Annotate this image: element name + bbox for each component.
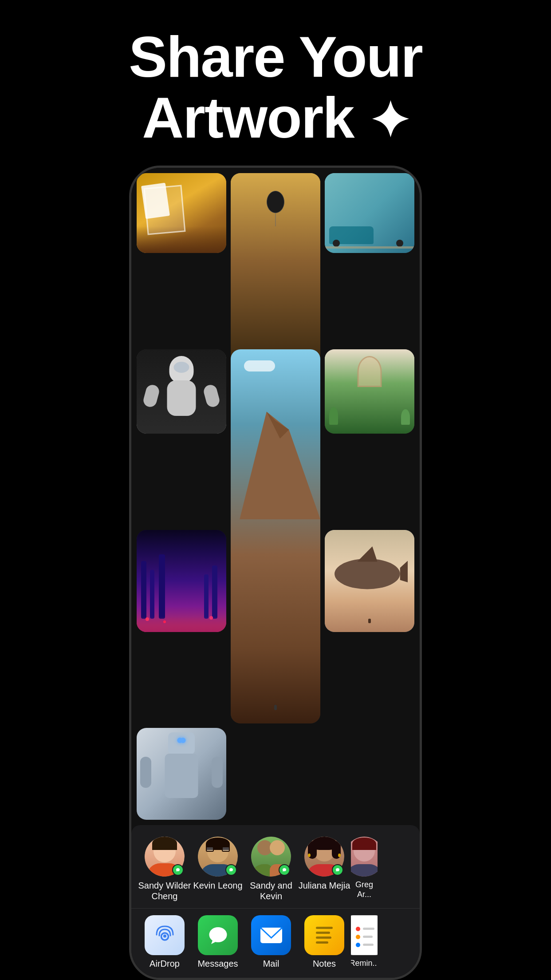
app-name-reminders: Remin... — [351, 959, 378, 968]
contact-greg[interactable]: Greg Ar... — [351, 837, 378, 901]
reminder-row-3 — [356, 943, 374, 947]
messages-app-icon — [198, 915, 238, 955]
title-line1: Share Your — [129, 24, 422, 89]
contact-kevin[interactable]: Kevin Leong — [191, 837, 244, 901]
notes-line-2 — [316, 932, 330, 934]
contact-name-kevin: Kevin Leong — [193, 880, 242, 891]
reminder-dot-orange — [356, 935, 360, 939]
reminder-dot-blue — [356, 943, 360, 947]
contact-name-juliana: Juliana Mejia — [299, 880, 350, 891]
reminders-app-icon — [351, 915, 378, 955]
svg-marker-5 — [400, 558, 408, 583]
contacts-row: Sandy WilderCheng — [131, 832, 420, 908]
reminder-dot-red — [356, 927, 360, 931]
notes-app-icon — [304, 915, 344, 955]
title-text: Share Your Artwork ✦ — [129, 27, 422, 148]
app-item-mail[interactable]: Mail — [244, 915, 298, 969]
contact-sandy-kevin[interactable]: Sandy andKevin — [244, 837, 298, 901]
contact-avatar-greg — [351, 837, 378, 877]
app-name-messages: Messages — [197, 959, 238, 969]
messages-badge-kevin — [225, 864, 237, 876]
app-item-airdrop[interactable]: AirDrop — [138, 915, 191, 969]
artwork-card-4[interactable] — [137, 349, 226, 434]
artwork-card-center[interactable] — [231, 349, 320, 724]
notes-line-1 — [316, 927, 333, 929]
photo-grid — [131, 168, 420, 825]
reminder-row-2 — [356, 935, 373, 939]
airdrop-app-icon — [145, 915, 185, 955]
app-item-notes[interactable]: Notes — [298, 915, 351, 969]
svg-marker-6 — [357, 546, 377, 561]
artwork-card-5[interactable] — [325, 349, 414, 434]
share-sheet: Sandy WilderCheng — [131, 825, 420, 978]
svg-point-4 — [335, 558, 400, 589]
app-name-mail: Mail — [263, 959, 279, 969]
artwork-card-7[interactable] — [325, 530, 414, 632]
header-title: Share Your Artwork ✦ — [129, 27, 422, 148]
mail-app-icon — [251, 915, 291, 955]
contact-avatar-wrapper-sandy — [145, 837, 185, 877]
reminder-row-1 — [356, 927, 374, 931]
svg-point-21 — [209, 927, 227, 942]
app-item-messages[interactable]: Messages — [191, 915, 244, 969]
contact-name-sandy: Sandy WilderCheng — [138, 880, 191, 901]
contact-avatar-wrapper-sandy-kevin — [251, 837, 291, 877]
artwork-card-1[interactable] — [137, 173, 226, 253]
svg-point-14 — [283, 868, 286, 871]
contact-juliana[interactable]: Juliana Mejia — [298, 837, 351, 901]
messages-badge-sandy-kevin — [279, 864, 290, 876]
contact-avatar-wrapper-juliana — [304, 837, 344, 877]
messages-badge-sandy — [172, 864, 184, 876]
reminder-text-2 — [363, 936, 373, 938]
notes-icon-inner — [312, 923, 337, 948]
title-line2: Artwork — [142, 85, 354, 150]
contact-sandy-wilder[interactable]: Sandy WilderCheng — [138, 837, 191, 901]
app-name-notes: Notes — [313, 959, 336, 969]
svg-point-17 — [336, 868, 339, 871]
artwork-card-8[interactable] — [137, 728, 226, 820]
messages-badge-juliana — [332, 864, 343, 876]
contact-name-sandy-kevin: Sandy andKevin — [250, 880, 292, 901]
reminder-text-3 — [363, 944, 374, 946]
svg-point-20 — [163, 934, 166, 937]
reminders-icon-inner — [352, 923, 377, 948]
contact-avatar-wrapper-greg — [351, 837, 378, 877]
artwork-card-3[interactable] — [325, 173, 414, 253]
notes-line-3 — [316, 937, 331, 939]
notes-line-4 — [316, 941, 328, 944]
reminder-text-1 — [363, 928, 374, 930]
svg-point-8 — [176, 868, 180, 871]
artwork-card-6[interactable] — [137, 530, 226, 632]
app-item-reminders[interactable]: Remin... — [351, 915, 378, 969]
svg-point-11 — [229, 868, 233, 871]
contact-name-greg: Greg Ar... — [351, 880, 378, 899]
page-wrapper: Share Your Artwork ✦ — [0, 0, 551, 980]
phone-frame: Sandy WilderCheng — [129, 166, 422, 980]
contact-avatar-wrapper-kevin — [198, 837, 238, 877]
sparkle-icon: ✦ — [369, 93, 409, 148]
apps-row: AirDrop Messages — [131, 908, 420, 978]
app-name-airdrop: AirDrop — [150, 959, 180, 969]
